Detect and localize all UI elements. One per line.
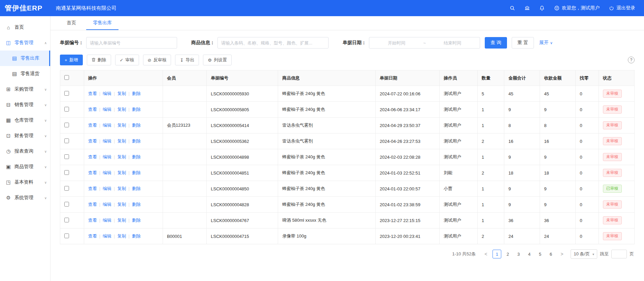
row-checkbox[interactable] [64, 107, 69, 112]
row-action-delete[interactable]: 删除 [132, 107, 141, 112]
row-action-view[interactable]: 查看 [88, 218, 97, 223]
row-action-view[interactable]: 查看 [88, 138, 97, 144]
row-action-edit[interactable]: 编辑 [103, 123, 111, 128]
row-action-view[interactable]: 查看 [88, 123, 97, 128]
row-action-copy[interactable]: 复制 [117, 186, 126, 191]
page-button-4[interactable]: 4 [525, 250, 534, 258]
search-button[interactable]: 查 询 [485, 37, 507, 49]
row-checkbox[interactable] [64, 170, 69, 175]
row-action-view[interactable]: 查看 [88, 233, 97, 239]
column-settings-button[interactable]: ⚙ 列设置 [203, 55, 232, 65]
row-action-edit[interactable]: 编辑 [103, 154, 111, 159]
row-action-delete[interactable]: 删除 [132, 91, 141, 96]
end-date-input[interactable] [428, 37, 477, 48]
row-action-delete[interactable]: 删除 [132, 218, 141, 223]
audit-button[interactable]: ✓ 审核 [115, 55, 139, 65]
row-action-edit[interactable]: 编辑 [103, 233, 111, 239]
row-action-edit[interactable]: 编辑 [103, 202, 111, 207]
help-icon[interactable]: ? [628, 57, 635, 63]
page-button-5[interactable]: 5 [536, 250, 544, 258]
action-separator: | [128, 218, 129, 223]
bank-icon[interactable] [524, 5, 530, 11]
page-button-6[interactable]: 6 [546, 250, 555, 258]
sidebar-item-retail-outbound[interactable]: ▤ 零售出库 [0, 51, 50, 66]
row-action-copy[interactable]: 复制 [117, 170, 126, 175]
row-action-edit[interactable]: 编辑 [103, 218, 111, 223]
cell-qty: 1 [477, 197, 504, 213]
row-action-delete[interactable]: 删除 [132, 233, 141, 239]
tab-retail-outbound[interactable]: 零售出库 [86, 16, 118, 30]
app-logo: 管伊佳ERP [0, 3, 50, 13]
row-action-copy[interactable]: 复制 [117, 218, 126, 223]
row-action-delete[interactable]: 删除 [132, 170, 141, 175]
prev-page-button[interactable]: < [482, 250, 490, 258]
row-action-edit[interactable]: 编辑 [103, 186, 111, 191]
row-checkbox[interactable] [64, 138, 69, 143]
sidebar-item-report-query[interactable]: ◷ 报表查询 ∨ [0, 144, 50, 159]
row-action-copy[interactable]: 复制 [117, 91, 126, 96]
row-action-delete[interactable]: 删除 [132, 154, 141, 159]
next-page-button[interactable]: > [558, 250, 566, 258]
row-action-copy[interactable]: 复制 [117, 233, 126, 239]
row-action-edit[interactable]: 编辑 [103, 170, 111, 175]
sidebar-item-sales-mgmt[interactable]: ⊟ 销售管理 ∨ [0, 97, 50, 113]
row-action-edit[interactable]: 编辑 [103, 138, 111, 144]
row-action-copy[interactable]: 复制 [117, 138, 126, 144]
bell-icon[interactable] [539, 5, 545, 11]
cell-date: 2023-12-27 22:15:15 [375, 213, 439, 228]
start-date-input[interactable] [372, 37, 421, 48]
unaudit-button[interactable]: ⊘ 反审核 [143, 55, 171, 65]
row-action-copy[interactable]: 复制 [117, 154, 126, 159]
sidebar-item-retail-return[interactable]: ▤ 零售退货 [0, 66, 50, 82]
row-checkbox[interactable] [64, 154, 69, 159]
row-action-edit[interactable]: 编辑 [103, 107, 111, 112]
page-size-select[interactable]: 10 条/页 ▾ [571, 249, 597, 259]
bill-date-label: 单据日期： [343, 40, 366, 46]
row-action-edit[interactable]: 编辑 [103, 91, 111, 96]
row-checkbox[interactable] [64, 186, 69, 191]
row-action-view[interactable]: 查看 [88, 154, 97, 159]
page-button-2[interactable]: 2 [503, 250, 512, 258]
select-all-checkbox[interactable] [64, 75, 69, 80]
sidebar-item-warehouse-mgmt[interactable]: ▦ 仓库管理 ∨ [0, 113, 50, 128]
row-action-view[interactable]: 查看 [88, 186, 97, 191]
logout-button[interactable]: 退出登录 [609, 5, 635, 11]
row-action-delete[interactable]: 删除 [132, 202, 141, 207]
sidebar-item-system-mgmt[interactable]: ⚙ 系统管理 ∨ [0, 190, 50, 206]
row-action-delete[interactable]: 删除 [132, 123, 141, 128]
row-action-view[interactable]: 查看 [88, 107, 97, 112]
tab-home[interactable]: 首页 [60, 16, 83, 30]
delete-button[interactable]: 删除 [87, 55, 111, 65]
date-range-picker[interactable]: ~ [369, 37, 480, 49]
welcome-user[interactable]: 欢迎您，测试用户 [554, 5, 600, 11]
sidebar-item-finance-mgmt[interactable]: ⊡ 财务管理 ∨ [0, 128, 50, 144]
jump-page-input[interactable] [611, 250, 627, 258]
sidebar-item-product-mgmt[interactable]: ▣ 商品管理 ∨ [0, 159, 50, 175]
expand-link[interactable]: 展开 ∨ [539, 40, 553, 46]
search-icon[interactable] [510, 5, 515, 11]
page-button-1[interactable]: 1 [493, 250, 501, 258]
product-info-input[interactable] [217, 37, 329, 49]
row-action-view[interactable]: 查看 [88, 170, 97, 175]
row-checkbox[interactable] [64, 218, 69, 222]
add-button[interactable]: + 新增 [60, 55, 83, 65]
reset-button[interactable]: 重 置 [512, 37, 534, 49]
page-button-3[interactable]: 3 [514, 250, 523, 258]
row-action-delete[interactable]: 删除 [132, 186, 141, 191]
row-checkbox[interactable] [64, 91, 69, 96]
row-action-copy[interactable]: 复制 [117, 202, 126, 207]
sidebar-item-purchase-mgmt[interactable]: ⊞ 采购管理 ∨ [0, 82, 50, 97]
export-button[interactable]: ↧ 导出 [175, 55, 199, 65]
sidebar-item-retail-mgmt[interactable]: ◫ 零售管理 ∧ [0, 35, 50, 51]
row-checkbox[interactable] [64, 123, 69, 127]
sidebar-item-home[interactable]: ⌂ 首页 [0, 20, 50, 35]
row-action-delete[interactable]: 删除 [132, 138, 141, 144]
row-action-view[interactable]: 查看 [88, 91, 97, 96]
row-checkbox[interactable] [64, 202, 69, 207]
sidebar-item-basic-data[interactable]: ◳ 基本资料 ∨ [0, 175, 50, 190]
row-checkbox[interactable] [64, 233, 69, 238]
row-action-copy[interactable]: 复制 [117, 107, 126, 112]
bill-no-input[interactable] [86, 37, 177, 49]
row-action-copy[interactable]: 复制 [117, 123, 126, 128]
row-action-view[interactable]: 查看 [88, 202, 97, 207]
